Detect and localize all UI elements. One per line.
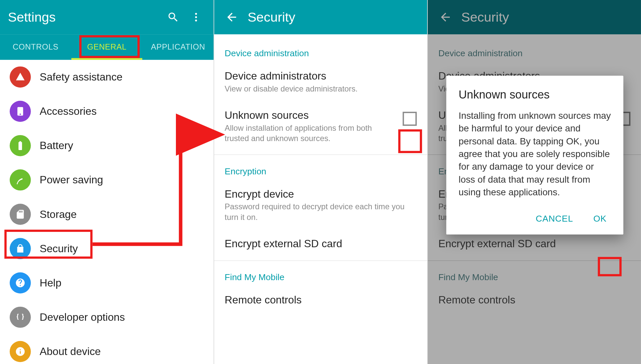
item-title: Unknown sources bbox=[225, 109, 397, 121]
unknown-sources-dialog: Unknown sources Installing from unknown … bbox=[446, 76, 623, 234]
section-device-admin: Device administration bbox=[214, 37, 427, 63]
cancel-button[interactable]: CANCEL bbox=[531, 210, 577, 228]
settings-item-label: Help bbox=[40, 277, 61, 289]
unknown-sources-item[interactable]: Unknown sources Allow installation of ap… bbox=[214, 102, 427, 152]
tab-general[interactable]: GENERAL bbox=[71, 34, 143, 60]
settings-item-label: Security bbox=[40, 243, 78, 255]
settings-item-label: Storage bbox=[40, 208, 77, 220]
lock-icon bbox=[10, 238, 31, 259]
security-actionbar: Security bbox=[214, 0, 427, 34]
device-administrators-item[interactable]: Device administrators View or disable de… bbox=[214, 63, 427, 102]
section-encryption: Encryption bbox=[214, 155, 427, 181]
item-title: Encrypt device bbox=[225, 188, 411, 200]
settings-item-label: Developer options bbox=[40, 311, 125, 323]
settings-item-label: Safety assistance bbox=[40, 71, 123, 83]
battery-icon bbox=[10, 135, 31, 156]
settings-screen: Settings CONTROLS GENERAL APPLICATION Sa… bbox=[0, 0, 214, 364]
settings-title: Settings bbox=[8, 10, 160, 25]
item-title: Device administrators bbox=[225, 70, 411, 82]
search-icon[interactable] bbox=[164, 7, 183, 27]
settings-item-label: About device bbox=[40, 345, 101, 358]
item-title: Encrypt external SD card bbox=[225, 238, 411, 250]
settings-list: Safety assistance Accessories Battery Po… bbox=[0, 60, 214, 364]
svg-point-4 bbox=[20, 113, 21, 115]
settings-actionbar: Settings bbox=[0, 0, 214, 34]
leaf-icon bbox=[10, 169, 31, 190]
settings-item-security[interactable]: Security bbox=[0, 232, 214, 266]
section-find-my-mobile: Find My Mobile bbox=[214, 261, 427, 287]
item-subtitle: View or disable device administrators. bbox=[225, 84, 411, 94]
help-icon bbox=[10, 273, 31, 293]
overflow-icon[interactable] bbox=[186, 7, 206, 27]
back-icon[interactable] bbox=[222, 7, 241, 27]
item-title: Remote controls bbox=[225, 294, 411, 306]
settings-item-storage[interactable]: Storage bbox=[0, 197, 214, 231]
svg-point-1 bbox=[195, 16, 197, 18]
unknown-sources-checkbox[interactable] bbox=[403, 112, 417, 126]
encrypt-sd-item[interactable]: Encrypt external SD card bbox=[214, 231, 427, 258]
settings-item-battery[interactable]: Battery bbox=[0, 128, 214, 163]
dialog-actions: CANCEL OK bbox=[459, 210, 611, 228]
sd-icon bbox=[10, 204, 31, 225]
info-icon bbox=[10, 341, 31, 362]
settings-tabs: CONTROLS GENERAL APPLICATION bbox=[0, 34, 214, 60]
settings-item-developer[interactable]: Developer options bbox=[0, 300, 214, 334]
security-list: Device administration Device administrat… bbox=[214, 34, 427, 314]
braces-icon bbox=[10, 307, 31, 328]
security-title: Security bbox=[248, 10, 419, 25]
svg-point-2 bbox=[195, 20, 197, 22]
alert-icon bbox=[10, 67, 31, 88]
accessory-icon bbox=[10, 101, 31, 122]
security-screen-dialog: Security Device administration Device ad… bbox=[427, 0, 641, 364]
settings-item-about[interactable]: About device bbox=[0, 334, 214, 364]
security-screen: Security Device administration Device ad… bbox=[214, 0, 427, 364]
settings-item-label: Accessories bbox=[40, 105, 97, 117]
remote-controls-item[interactable]: Remote controls bbox=[214, 287, 427, 314]
settings-item-label: Battery bbox=[40, 139, 73, 152]
item-subtitle: Password required to decrypt device each… bbox=[225, 202, 411, 223]
dialog-title: Unknown sources bbox=[459, 88, 611, 101]
encrypt-device-item[interactable]: Encrypt device Password required to decr… bbox=[214, 181, 427, 231]
settings-item-accessories[interactable]: Accessories bbox=[0, 94, 214, 128]
item-subtitle: Allow installation of applications from … bbox=[225, 123, 397, 144]
settings-item-label: Power saving bbox=[40, 174, 103, 186]
settings-item-safety[interactable]: Safety assistance bbox=[0, 60, 214, 94]
tab-application[interactable]: APPLICATION bbox=[143, 34, 214, 60]
settings-item-help[interactable]: Help bbox=[0, 266, 214, 300]
settings-item-power-saving[interactable]: Power saving bbox=[0, 163, 214, 197]
dialog-body: Installing from unknown sources may be h… bbox=[459, 109, 611, 199]
tab-controls[interactable]: CONTROLS bbox=[0, 34, 71, 60]
ok-button[interactable]: OK bbox=[589, 210, 611, 228]
svg-point-0 bbox=[195, 13, 197, 15]
